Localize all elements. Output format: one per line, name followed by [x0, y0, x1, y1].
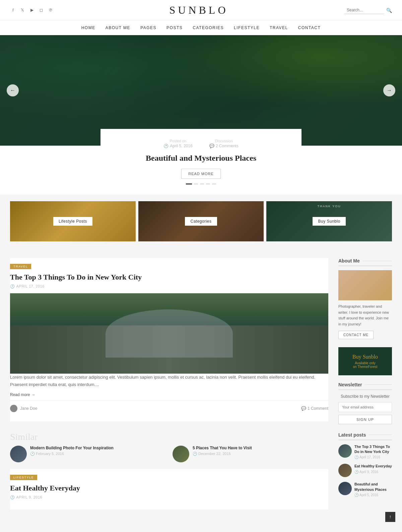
latest-post-1[interactable]: The Top 3 Things To Do in New York City …	[338, 444, 392, 459]
categories-tile-label-wrapper: Categories	[138, 201, 264, 241]
main-content: TRAVEL The Top 3 Things To Do in New Yor…	[0, 248, 402, 529]
buy-tile-label-wrapper: Buy Sunblo	[266, 201, 392, 241]
about-me-section: About Me Photographer, traveler and writ…	[338, 258, 392, 339]
lifestyle-posts-tile[interactable]: Lifestyle Posts	[10, 201, 136, 241]
title-divider	[362, 261, 392, 261]
youtube-icon[interactable]: ▶	[29, 7, 35, 13]
comment-icon: 💬	[209, 144, 214, 148]
buy-banner-sub: Available only on ThemeForest	[344, 361, 387, 369]
nav-categories[interactable]: CATEGORIES	[193, 25, 224, 30]
latest-posts-section: Latest posts The Top 3 Things To Do in N…	[338, 432, 392, 497]
hero-meta-row: Posted on 🕐 April 5, 2016 Discussion 💬 2…	[114, 139, 288, 148]
contact-me-button[interactable]: CONTACT ME	[338, 331, 374, 339]
dot-2[interactable]	[194, 183, 198, 184]
discussion-group: Discussion 💬 2 Comments	[209, 139, 239, 148]
posted-on-date: 🕐 April 5, 2016	[163, 144, 192, 148]
similar-section: Similar Modern Building Photo For Your I…	[10, 432, 328, 462]
post-card-2-inner: LIFESTYLE Eat Healthy Everyday 🕐 APRIL 9…	[10, 469, 328, 510]
latest-post-3[interactable]: Beautiful and Mysterious Places 🕐 April …	[338, 482, 392, 497]
post-2-tag[interactable]: LIFESTYLE	[10, 475, 37, 480]
nav-about[interactable]: ABOUT ME	[106, 25, 130, 30]
buy-tile-label: Buy Sunblo	[313, 217, 345, 226]
site-header: f 𝕏 ▶ ◻ ℗ SUNBLO 🔍 HOME ABOUT ME PAGES P…	[0, 0, 402, 35]
pinterest-icon[interactable]: ℗	[48, 7, 54, 13]
facebook-icon[interactable]: f	[10, 7, 16, 13]
similar-post-2-title: 5 Places That You Have to Visit	[193, 446, 252, 450]
similar-post-1-title: Modern Building Photo For Your Inspirati…	[30, 446, 114, 450]
similar-label: Similar	[10, 432, 328, 442]
categories-tile[interactable]: Categories	[138, 201, 264, 241]
post-1-title: The Top 3 Things To Do in New York City	[10, 273, 328, 282]
nav-home[interactable]: HOME	[81, 25, 95, 30]
buy-sunblo-tile[interactable]: THANK YOU Buy Sunblo	[266, 201, 392, 241]
latest-post-1-date: 🕐 April 17, 2016	[354, 455, 392, 459]
newsletter-title: Newsletter	[338, 382, 392, 390]
dot-4[interactable]	[206, 183, 210, 184]
post-1-excerpt: Lorem ipsum dolor sit amet, consectetur …	[10, 374, 328, 388]
lifestyle-tile-label-wrapper: Lifestyle Posts	[10, 201, 136, 241]
about-me-title: About Me	[338, 258, 392, 266]
latest-thumb-3	[338, 482, 352, 495]
similar-post-2-date: 🕐 December 22, 2015	[193, 452, 252, 456]
post-card-1: TRAVEL The Top 3 Things To Do in New Yor…	[10, 258, 328, 422]
latest-posts-title: Latest posts	[338, 432, 392, 440]
latest-post-2-date: 🕐 April 9, 2016	[354, 470, 392, 474]
instagram-icon[interactable]: ◻	[38, 7, 44, 13]
social-icons-group: f 𝕏 ▶ ◻ ℗	[10, 7, 54, 13]
latest-post-2-title: Eat Healthy Everyday	[354, 464, 392, 469]
slider-prev-button[interactable]: ←	[7, 84, 19, 96]
similar-post-1[interactable]: Modern Building Photo For Your Inspirati…	[10, 446, 166, 462]
hero-content-box: Posted on 🕐 April 5, 2016 Discussion 💬 2…	[100, 129, 302, 195]
posted-on-label: Posted on	[163, 139, 192, 143]
sign-up-button[interactable]: SIGN UP	[338, 415, 392, 424]
latest-thumb-1	[338, 444, 352, 458]
buy-banner[interactable]: Buy Sunblo Available only on ThemeForest	[338, 347, 392, 375]
discussion-label: Discussion	[209, 139, 239, 143]
category-tiles: Lifestyle Posts Categories THANK YOU Buy…	[0, 195, 402, 248]
similar-post-1-thumb	[10, 446, 27, 462]
twitter-icon[interactable]: 𝕏	[19, 7, 25, 13]
post-card-1-inner: TRAVEL The Top 3 Things To Do in New Yor…	[10, 258, 328, 422]
clock-icon: 🕐	[163, 144, 169, 148]
newsletter-title-divider	[365, 384, 392, 385]
nav-posts[interactable]: POSTS	[166, 25, 183, 30]
comments-count: 💬 2 Comments	[209, 144, 239, 148]
subscribe-text: Subscribe to my Newsletter	[338, 394, 392, 399]
dot-1[interactable]	[186, 183, 192, 184]
hero-title: Beautiful and Mysterious Places	[114, 153, 288, 163]
site-logo: SUNBLO	[169, 4, 228, 16]
latest-post-3-info: Beautiful and Mysterious Places 🕐 April …	[354, 482, 392, 497]
nav-lifestyle[interactable]: LIFESTYLE	[234, 25, 260, 30]
arrow-right-icon: →	[31, 392, 35, 397]
author-avatar	[10, 405, 17, 412]
sidebar: About Me Photographer, traveler and writ…	[338, 258, 392, 519]
clock-lp1: 🕐	[354, 455, 358, 459]
clock-lp2: 🕐	[354, 470, 358, 474]
posts-column: TRAVEL The Top 3 Things To Do in New Yor…	[10, 258, 328, 519]
similar-post-2-thumb	[173, 446, 189, 462]
back-to-top-button[interactable]: ↑	[385, 512, 395, 522]
nav-contact[interactable]: CONTACT	[298, 25, 321, 30]
post-1-read-more[interactable]: Read more →	[10, 392, 328, 397]
search-button[interactable]: 🔍	[386, 8, 392, 13]
nav-pages[interactable]: PAGES	[140, 25, 156, 30]
latest-post-1-title: The Top 3 Things To Do in New York City	[354, 444, 392, 455]
slider-next-button[interactable]: →	[383, 84, 395, 96]
latest-post-3-title: Beautiful and Mysterious Places	[354, 482, 392, 492]
latest-post-2[interactable]: Eat Healthy Everyday 🕐 April 9, 2016	[338, 464, 392, 477]
post-2-date: 🕐 APRIL 9, 2016	[10, 495, 328, 500]
dot-3[interactable]	[200, 183, 204, 184]
post-1-tag[interactable]: TRAVEL	[10, 264, 31, 269]
similar-post-2[interactable]: 5 Places That You Have to Visit 🕐 Decemb…	[173, 446, 328, 462]
latest-post-2-info: Eat Healthy Everyday 🕐 April 9, 2016	[354, 464, 392, 473]
header-search: 🔍	[344, 6, 392, 14]
comment-icon-2: 💬	[301, 406, 306, 411]
clock-icon-2: 🕐	[10, 495, 15, 500]
search-input[interactable]	[344, 6, 384, 14]
hero-read-more-button[interactable]: READ MORE	[181, 169, 221, 179]
dot-5[interactable]	[212, 183, 216, 184]
latest-post-3-date: 🕐 April 5, 2016	[354, 493, 392, 497]
newsletter-email-input[interactable]	[338, 402, 392, 412]
post-1-footer: Jane Doe 💬 1 Comment	[10, 400, 328, 416]
nav-travel[interactable]: TRAVEL	[270, 25, 288, 30]
